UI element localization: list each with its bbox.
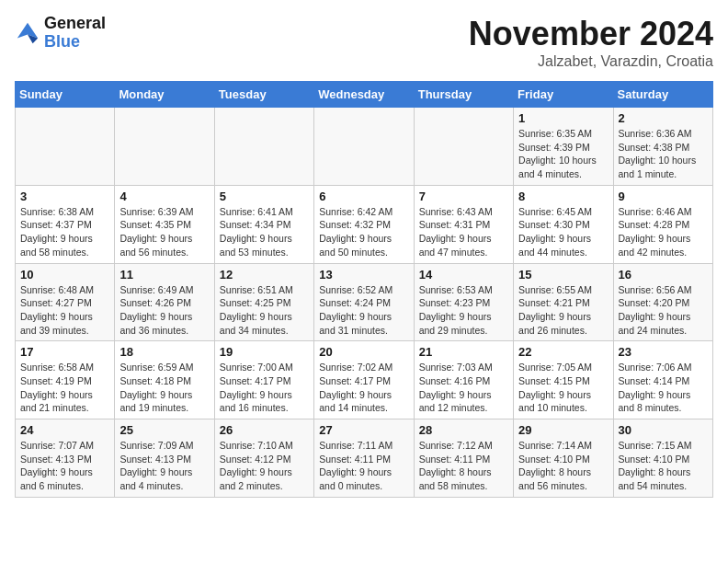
day-number: 23 — [619, 345, 708, 359]
calendar-cell: 28Sunrise: 7:12 AM Sunset: 4:11 PM Dayli… — [414, 419, 513, 498]
day-info: Sunrise: 6:46 AM Sunset: 4:28 PM Dayligh… — [619, 205, 708, 259]
calendar-cell: 4Sunrise: 6:39 AM Sunset: 4:35 PM Daylig… — [115, 185, 214, 263]
calendar-cell: 11Sunrise: 6:49 AM Sunset: 4:26 PM Dayli… — [115, 263, 214, 341]
day-number: 17 — [20, 345, 109, 359]
weekday-header-wednesday: Wednesday — [314, 82, 414, 108]
calendar-cell: 30Sunrise: 7:15 AM Sunset: 4:10 PM Dayli… — [613, 419, 712, 498]
weekday-header-sunday: Sunday — [16, 82, 115, 108]
day-info: Sunrise: 6:59 AM Sunset: 4:18 PM Dayligh… — [119, 361, 209, 415]
day-info: Sunrise: 6:53 AM Sunset: 4:23 PM Dayligh… — [419, 283, 508, 338]
day-number: 25 — [119, 423, 209, 437]
day-number: 1 — [518, 111, 608, 125]
calendar-cell: 21Sunrise: 7:03 AM Sunset: 4:16 PM Dayli… — [414, 341, 513, 419]
calendar-week-3: 17Sunrise: 6:58 AM Sunset: 4:19 PM Dayli… — [16, 341, 713, 419]
calendar-cell: 15Sunrise: 6:55 AM Sunset: 4:21 PM Dayli… — [514, 263, 613, 341]
calendar-cell: 19Sunrise: 7:00 AM Sunset: 4:17 PM Dayli… — [214, 341, 313, 419]
day-info: Sunrise: 6:51 AM Sunset: 4:25 PM Dayligh… — [220, 283, 309, 338]
calendar-table: SundayMondayTuesdayWednesdayThursdayFrid… — [15, 81, 713, 498]
day-number: 11 — [119, 268, 209, 282]
day-info: Sunrise: 7:12 AM Sunset: 4:11 PM Dayligh… — [419, 439, 508, 493]
calendar-cell — [314, 108, 414, 186]
calendar-cell: 8Sunrise: 6:45 AM Sunset: 4:30 PM Daylig… — [514, 185, 613, 263]
weekday-header-monday: Monday — [115, 82, 214, 108]
day-info: Sunrise: 6:52 AM Sunset: 4:24 PM Dayligh… — [319, 283, 408, 338]
day-info: Sunrise: 6:56 AM Sunset: 4:20 PM Dayligh… — [619, 283, 708, 338]
day-number: 5 — [220, 190, 309, 203]
logo-icon — [15, 20, 40, 46]
day-info: Sunrise: 7:00 AM Sunset: 4:17 PM Dayligh… — [220, 361, 309, 415]
day-info: Sunrise: 7:03 AM Sunset: 4:16 PM Dayligh… — [419, 361, 508, 415]
day-info: Sunrise: 7:07 AM Sunset: 4:13 PM Dayligh… — [20, 439, 109, 493]
calendar-cell: 17Sunrise: 6:58 AM Sunset: 4:19 PM Dayli… — [16, 341, 115, 419]
calendar-cell: 18Sunrise: 6:59 AM Sunset: 4:18 PM Dayli… — [115, 341, 214, 419]
svg-marker-0 — [17, 23, 38, 39]
day-info: Sunrise: 6:49 AM Sunset: 4:26 PM Dayligh… — [119, 283, 209, 338]
day-info: Sunrise: 7:02 AM Sunset: 4:17 PM Dayligh… — [319, 361, 408, 415]
calendar-week-0: 1Sunrise: 6:35 AM Sunset: 4:39 PM Daylig… — [16, 108, 713, 186]
calendar-cell: 23Sunrise: 7:06 AM Sunset: 4:14 PM Dayli… — [613, 341, 712, 419]
day-number: 30 — [619, 423, 708, 437]
page-header: General Blue November 2024 Jalzabet, Var… — [15, 15, 713, 70]
logo: General Blue — [15, 15, 106, 52]
calendar-cell: 7Sunrise: 6:43 AM Sunset: 4:31 PM Daylig… — [414, 185, 513, 263]
day-info: Sunrise: 7:10 AM Sunset: 4:12 PM Dayligh… — [220, 439, 309, 493]
calendar-subtitle: Jalzabet, Varazdin, Croatia — [469, 53, 713, 70]
day-number: 27 — [319, 423, 408, 437]
calendar-cell: 24Sunrise: 7:07 AM Sunset: 4:13 PM Dayli… — [16, 419, 115, 498]
calendar-cell — [414, 108, 513, 186]
calendar-cell: 12Sunrise: 6:51 AM Sunset: 4:25 PM Dayli… — [214, 263, 313, 341]
calendar-week-1: 3Sunrise: 6:38 AM Sunset: 4:37 PM Daylig… — [16, 185, 713, 263]
day-info: Sunrise: 7:14 AM Sunset: 4:10 PM Dayligh… — [518, 439, 608, 493]
day-number: 22 — [518, 345, 608, 359]
day-number: 28 — [419, 423, 508, 437]
calendar-cell: 25Sunrise: 7:09 AM Sunset: 4:13 PM Dayli… — [115, 419, 214, 498]
calendar-cell: 2Sunrise: 6:36 AM Sunset: 4:38 PM Daylig… — [613, 108, 712, 186]
calendar-cell: 5Sunrise: 6:41 AM Sunset: 4:34 PM Daylig… — [214, 185, 313, 263]
day-number: 29 — [518, 423, 608, 437]
header-row: SundayMondayTuesdayWednesdayThursdayFrid… — [16, 82, 713, 108]
day-number: 15 — [518, 268, 608, 282]
calendar-cell: 6Sunrise: 6:42 AM Sunset: 4:32 PM Daylig… — [314, 185, 414, 263]
day-info: Sunrise: 7:09 AM Sunset: 4:13 PM Dayligh… — [119, 439, 209, 493]
calendar-cell: 29Sunrise: 7:14 AM Sunset: 4:10 PM Dayli… — [514, 419, 613, 498]
day-info: Sunrise: 6:42 AM Sunset: 4:32 PM Dayligh… — [319, 205, 408, 259]
day-number: 12 — [220, 268, 309, 282]
day-number: 6 — [319, 190, 408, 203]
calendar-cell: 16Sunrise: 6:56 AM Sunset: 4:20 PM Dayli… — [613, 263, 712, 341]
day-info: Sunrise: 7:11 AM Sunset: 4:11 PM Dayligh… — [319, 439, 408, 493]
weekday-header-thursday: Thursday — [414, 82, 513, 108]
calendar-cell: 1Sunrise: 6:35 AM Sunset: 4:39 PM Daylig… — [514, 108, 613, 186]
day-info: Sunrise: 6:38 AM Sunset: 4:37 PM Dayligh… — [20, 205, 109, 259]
calendar-cell: 20Sunrise: 7:02 AM Sunset: 4:17 PM Dayli… — [314, 341, 414, 419]
calendar-week-2: 10Sunrise: 6:48 AM Sunset: 4:27 PM Dayli… — [16, 263, 713, 341]
day-info: Sunrise: 6:48 AM Sunset: 4:27 PM Dayligh… — [20, 283, 109, 338]
day-number: 19 — [220, 345, 309, 359]
day-info: Sunrise: 6:58 AM Sunset: 4:19 PM Dayligh… — [20, 361, 109, 415]
calendar-cell: 14Sunrise: 6:53 AM Sunset: 4:23 PM Dayli… — [414, 263, 513, 341]
calendar-title: November 2024 — [469, 15, 713, 53]
day-number: 21 — [419, 345, 508, 359]
day-number: 3 — [20, 190, 109, 203]
day-number: 2 — [619, 111, 708, 125]
day-number: 4 — [119, 190, 209, 203]
weekday-header-saturday: Saturday — [613, 82, 712, 108]
logo-text: General Blue — [44, 15, 106, 52]
calendar-cell: 10Sunrise: 6:48 AM Sunset: 4:27 PM Dayli… — [16, 263, 115, 341]
day-number: 9 — [619, 190, 708, 203]
weekday-header-tuesday: Tuesday — [214, 82, 313, 108]
day-info: Sunrise: 6:45 AM Sunset: 4:30 PM Dayligh… — [518, 205, 608, 259]
day-number: 26 — [220, 423, 309, 437]
day-number: 24 — [20, 423, 109, 437]
calendar-cell — [16, 108, 115, 186]
calendar-cell — [214, 108, 313, 186]
calendar-cell — [115, 108, 214, 186]
day-info: Sunrise: 7:06 AM Sunset: 4:14 PM Dayligh… — [619, 361, 708, 415]
day-number: 13 — [319, 268, 408, 282]
calendar-cell: 27Sunrise: 7:11 AM Sunset: 4:11 PM Dayli… — [314, 419, 414, 498]
calendar-cell: 9Sunrise: 6:46 AM Sunset: 4:28 PM Daylig… — [613, 185, 712, 263]
day-number: 18 — [119, 345, 209, 359]
title-area: November 2024 Jalzabet, Varazdin, Croati… — [469, 15, 713, 70]
day-info: Sunrise: 7:05 AM Sunset: 4:15 PM Dayligh… — [518, 361, 608, 415]
day-info: Sunrise: 6:39 AM Sunset: 4:35 PM Dayligh… — [119, 205, 209, 259]
calendar-cell: 22Sunrise: 7:05 AM Sunset: 4:15 PM Dayli… — [514, 341, 613, 419]
